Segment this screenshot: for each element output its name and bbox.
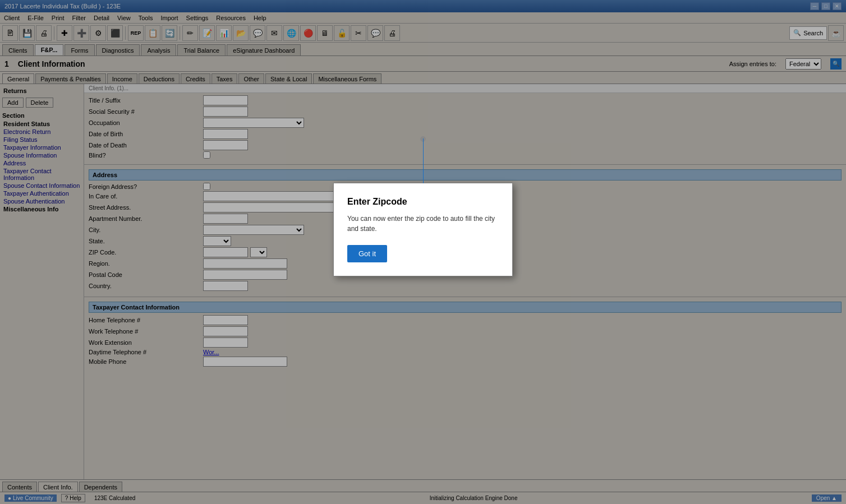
tooltip-line xyxy=(423,138,424,183)
modal-title: Enter Zipcode xyxy=(347,197,499,207)
got-it-button[interactable]: Got it xyxy=(347,245,387,262)
modal-overlay: Enter Zipcode You can now enter the zip … xyxy=(0,0,846,479)
tooltip-dot xyxy=(420,136,426,142)
modal-dialog: Enter Zipcode You can now enter the zip … xyxy=(333,183,513,276)
modal-body: You can now enter the zip code to auto f… xyxy=(347,214,499,234)
